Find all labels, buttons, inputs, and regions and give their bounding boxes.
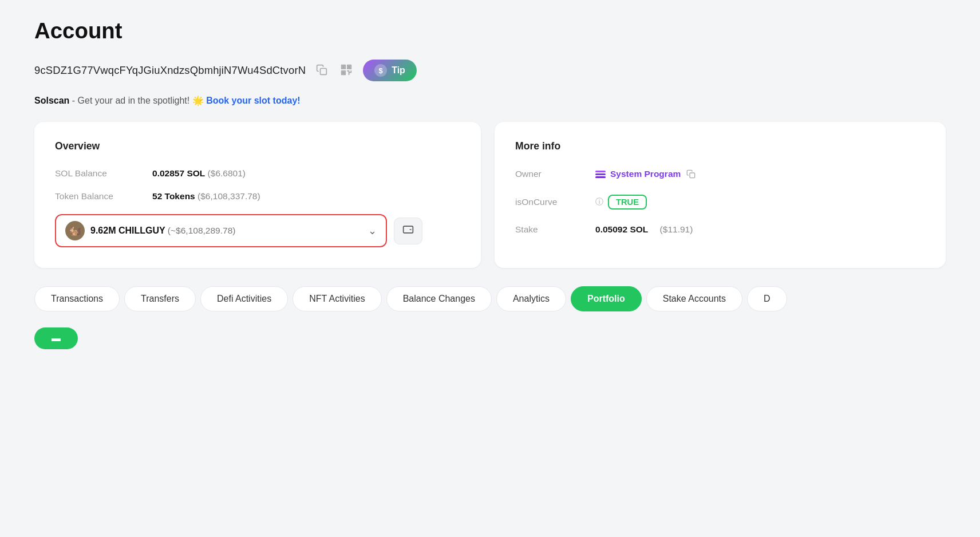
ad-text: - Get your ad in the spotlight! 🌟 — [72, 96, 206, 105]
system-program-link[interactable]: System Program — [610, 169, 681, 179]
stack-icon — [595, 171, 606, 178]
stake-value: 0.05092 SOL ($11.91) — [595, 224, 693, 235]
is-on-curve-label: isOnCurve — [515, 197, 595, 207]
token-info: 🐿️ 9.62M CHILLGUY (~$6,108,289.78) — [65, 221, 235, 240]
overview-card-title: Overview — [55, 140, 460, 152]
tab-stake-accounts[interactable]: Stake Accounts — [646, 286, 742, 311]
token-balance-row: Token Balance 52 Tokens ($6,108,337.78) — [55, 191, 460, 202]
cards-row: Overview SOL Balance 0.02857 SOL ($6.680… — [34, 122, 946, 268]
wallet-icon — [402, 224, 414, 238]
svg-rect-5 — [349, 66, 350, 68]
svg-rect-0 — [321, 68, 327, 74]
tab-nft-activities[interactable]: NFT Activities — [293, 286, 382, 311]
info-circle-icon: ⓘ — [595, 197, 603, 207]
tip-circle-icon: $ — [374, 64, 387, 77]
tab-d[interactable]: D — [747, 286, 787, 311]
token-balance-label: Token Balance — [55, 191, 152, 202]
chevron-down-icon: ⌄ — [368, 225, 377, 237]
more-info-card: More info Owner System Program — [495, 122, 946, 268]
svg-rect-4 — [343, 66, 345, 68]
ad-brand: Solscan — [34, 96, 69, 105]
owner-row: Owner System Program — [515, 168, 925, 180]
copy-icon — [316, 64, 327, 77]
tabs-row: TransactionsTransfersDefi ActivitiesNFT … — [0, 286, 980, 311]
address-row: 9cSDZ1G77VwqcFYqJGiuXndzsQbmhjiN7Wu4SdCt… — [34, 60, 946, 81]
token-balance-value: 52 Tokens ($6,108,337.78) — [152, 191, 260, 202]
tab-transactions[interactable]: Transactions — [34, 286, 120, 311]
is-on-curve-value: ⓘ TRUE — [595, 195, 647, 210]
ad-link[interactable]: Book your slot today! — [206, 96, 300, 105]
tip-button[interactable]: $ Tip — [363, 60, 417, 81]
qr-code-button[interactable] — [338, 61, 355, 80]
wallet-button[interactable] — [394, 218, 422, 244]
true-badge: TRUE — [608, 195, 647, 210]
page-title: Account — [34, 18, 946, 44]
wallet-address: 9cSDZ1G77VwqcFYqJGiuXndzsQbmhjiN7Wu4SdCt… — [34, 64, 306, 77]
sol-balance-label: SOL Balance — [55, 168, 152, 179]
token-name: 9.62M CHILLGUY (~$6,108,289.78) — [90, 226, 235, 236]
token-icon: 🐿️ — [65, 221, 85, 240]
tab-defi-activities[interactable]: Defi Activities — [200, 286, 288, 311]
ad-banner: Solscan - Get your ad in the spotlight! … — [34, 95, 946, 106]
copy-owner-button[interactable] — [685, 168, 697, 180]
tab-portfolio[interactable]: Portfolio — [571, 286, 642, 311]
bottom-action-button[interactable]: ▬ — [34, 327, 78, 349]
owner-label: Owner — [515, 169, 595, 179]
svg-rect-6 — [343, 72, 345, 73]
token-selector-row: 🐿️ 9.62M CHILLGUY (~$6,108,289.78) ⌄ — [55, 214, 460, 247]
overview-card: Overview SOL Balance 0.02857 SOL ($6.680… — [34, 122, 481, 268]
stake-label: Stake — [515, 224, 595, 235]
token-selector-dropdown[interactable]: 🐿️ 9.62M CHILLGUY (~$6,108,289.78) ⌄ — [55, 214, 387, 247]
stake-row: Stake 0.05092 SOL ($11.91) — [515, 224, 925, 235]
more-info-card-title: More info — [515, 140, 925, 152]
copy-address-button[interactable] — [314, 62, 330, 80]
sol-balance-row: SOL Balance 0.02857 SOL ($6.6801) — [55, 168, 460, 179]
tab-analytics[interactable]: Analytics — [496, 286, 566, 311]
owner-value: System Program — [595, 168, 697, 180]
tab-transfers[interactable]: Transfers — [124, 286, 196, 311]
svg-rect-8 — [690, 173, 695, 178]
tab-balance-changes[interactable]: Balance Changes — [386, 286, 492, 311]
tip-label: Tip — [392, 65, 405, 76]
qr-icon — [340, 64, 353, 78]
is-on-curve-row: isOnCurve ⓘ TRUE — [515, 195, 925, 210]
bottom-bar: ▬ — [0, 327, 980, 349]
sol-balance-value: 0.02857 SOL ($6.6801) — [152, 168, 246, 179]
